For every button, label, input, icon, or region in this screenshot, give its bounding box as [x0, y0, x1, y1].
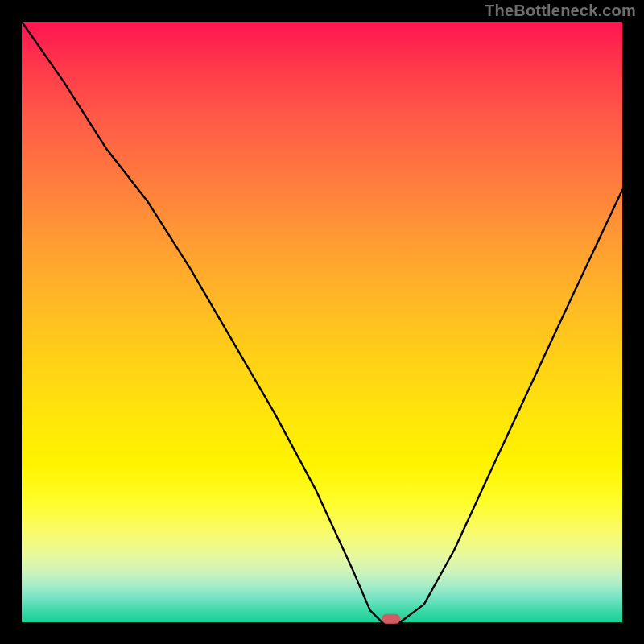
bottleneck-curve: [22, 22, 622, 622]
watermark-text: TheBottleneck.com: [485, 2, 636, 20]
chart-stage: TheBottleneck.com: [0, 0, 644, 644]
optimal-point-marker: [382, 614, 400, 623]
chart-overlay: [22, 22, 622, 622]
